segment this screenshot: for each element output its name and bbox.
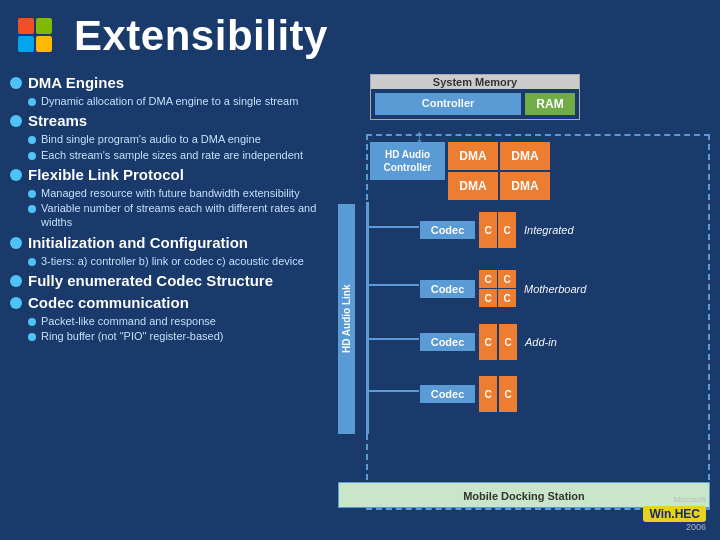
controller-box: Controller <box>375 93 521 115</box>
sub-bullet-icon <box>28 205 36 213</box>
codec-c-top-2: C <box>498 212 516 248</box>
sub-bullet-streams-2: Each stream's sample sizes and rate are … <box>28 148 320 162</box>
horiz-connector-3 <box>369 338 419 340</box>
bullet-section-codec-comm: Codec communication Packet-like command … <box>10 294 320 344</box>
sub-bullet-streams-1: Bind single program's audio to a DMA eng… <box>28 132 320 146</box>
bullet-icon <box>10 275 22 287</box>
sub-bullet-dma-label-1: Dynamic allocation of DMA engine to a si… <box>41 94 298 108</box>
codec-box-4: Codec <box>420 385 475 403</box>
winhec-area: Microsoft Win.HEC 2006 <box>643 495 706 532</box>
codec-c-cell-3: C <box>479 289 497 307</box>
sub-bullet-init-1: 3-tiers: a) controller b) link or codec … <box>28 254 320 268</box>
bullet-streams-label: Streams <box>28 112 87 130</box>
codec-c-top-1: C <box>479 212 497 248</box>
sub-bullet-icon <box>28 136 36 144</box>
sub-bullet-flexible-label-2: Variable number of streams each with dif… <box>41 201 320 230</box>
bullet-icon <box>10 77 22 89</box>
svg-point-0 <box>10 10 62 62</box>
bullet-streams: Streams <box>10 112 320 130</box>
codec-box-1: Codec <box>420 221 475 239</box>
system-memory-inner: Controller RAM <box>371 89 579 119</box>
dma-grid: DMA DMA DMA DMA <box>448 142 550 200</box>
horiz-connector-4 <box>369 390 419 392</box>
bullet-codec-struct-label: Fully enumerated Codec Structure <box>28 272 273 290</box>
codec-box-3: Codec <box>420 333 475 351</box>
system-memory-label: System Memory <box>371 75 579 89</box>
horiz-connector-2 <box>369 284 419 286</box>
ram-box: RAM <box>525 93 575 115</box>
page-title: Extensibility <box>74 12 328 60</box>
codec-row-mobile: Codec C C <box>420 376 517 412</box>
addin-label: Add-in <box>525 336 557 348</box>
codec-c-mobile-2: C <box>499 376 517 412</box>
bullet-section-flexible: Flexible Link Protocol Managed resource … <box>10 166 320 230</box>
sub-bullet-icon <box>28 333 36 341</box>
dma-cell-3: DMA <box>448 172 498 200</box>
mobile-docking-label: Mobile Docking Station <box>463 490 585 502</box>
bullet-icon <box>10 297 22 309</box>
bullet-init: Initialization and Configuration <box>10 234 320 252</box>
codec-row-motherboard: Codec C C C C Motherboard <box>420 270 586 307</box>
right-column: System Memory Controller RAM ↕ HD Audio … <box>330 70 710 532</box>
sub-bullet-flexible-label-1: Managed resource with future bandwidth e… <box>41 186 300 200</box>
bullet-icon <box>10 169 22 181</box>
svg-rect-1 <box>18 18 34 34</box>
sub-bullet-icon <box>28 152 36 160</box>
bullet-init-label: Initialization and Configuration <box>28 234 248 252</box>
integrated-label: Integrated <box>524 224 574 236</box>
bullet-section-init: Initialization and Configuration 3-tiers… <box>10 234 320 268</box>
codec-c-grid-2: C C C C <box>479 270 516 307</box>
dma-cell-2: DMA <box>500 142 550 170</box>
left-column: DMA Engines Dynamic allocation of DMA en… <box>10 70 320 532</box>
codec-c-addin: C <box>479 324 497 360</box>
sub-bullets-init: 3-tiers: a) controller b) link or codec … <box>28 254 320 268</box>
codec-c-single-1: C C <box>479 212 516 248</box>
bullet-section-dma: DMA Engines Dynamic allocation of DMA en… <box>10 74 320 108</box>
codec-row-integrated: Codec C C Integrated <box>420 212 574 248</box>
diagram-container: System Memory Controller RAM ↕ HD Audio … <box>330 74 710 532</box>
svg-rect-2 <box>36 18 52 34</box>
bullet-section-codec-struct: Fully enumerated Codec Structure <box>10 272 320 290</box>
main-content: DMA Engines Dynamic allocation of DMA en… <box>0 70 720 532</box>
system-memory-box: System Memory Controller RAM <box>370 74 580 120</box>
bullet-codec-struct: Fully enumerated Codec Structure <box>10 272 320 290</box>
sub-bullets-streams: Bind single program's audio to a DMA eng… <box>28 132 320 162</box>
codec-box-2: Codec <box>420 280 475 298</box>
codec-c-single-3: C C <box>479 324 517 360</box>
year-label: 2006 <box>643 522 706 532</box>
sub-bullet-codec-comm-label-2: Ring buffer (not "PIO" register-based) <box>41 329 223 343</box>
bullet-section-streams: Streams Bind single program's audio to a… <box>10 112 320 162</box>
sub-bullet-streams-label-2: Each stream's sample sizes and rate are … <box>41 148 303 162</box>
sub-bullet-init-label-1: 3-tiers: a) controller b) link or codec … <box>41 254 304 268</box>
codec-c-addin-2: C <box>499 324 517 360</box>
bullet-flexible: Flexible Link Protocol <box>10 166 320 184</box>
bullet-icon <box>10 237 22 249</box>
codec-c-cell-1: C <box>479 270 497 288</box>
sub-bullet-icon <box>28 258 36 266</box>
dma-cell-4: DMA <box>500 172 550 200</box>
sub-bullet-codec-comm-1: Packet-like command and response <box>28 314 320 328</box>
microsoft-label: Microsoft <box>643 495 706 504</box>
dma-cell-1: DMA <box>448 142 498 170</box>
sub-bullet-flexible-2: Variable number of streams each with dif… <box>28 201 320 230</box>
hd-audio-link-label: HD Audio Link <box>338 204 355 434</box>
sub-bullet-codec-comm-label-1: Packet-like command and response <box>41 314 216 328</box>
bullet-codec-comm: Codec communication <box>10 294 320 312</box>
bullet-codec-comm-label: Codec communication <box>28 294 189 312</box>
codec-c-cell-4: C <box>498 289 516 307</box>
bullet-dma-label: DMA Engines <box>28 74 124 92</box>
codec-c-cell-2: C <box>498 270 516 288</box>
svg-rect-4 <box>36 36 52 52</box>
sub-bullets-dma: Dynamic allocation of DMA engine to a si… <box>28 94 320 108</box>
svg-rect-3 <box>18 36 34 52</box>
bullet-dma-engines: DMA Engines <box>10 74 320 92</box>
sub-bullet-flexible-1: Managed resource with future bandwidth e… <box>28 186 320 200</box>
sub-bullets-codec-comm: Packet-like command and response Ring bu… <box>28 314 320 344</box>
codec-c-mobile-1: C <box>479 376 497 412</box>
horiz-connector-1 <box>369 226 419 228</box>
sub-bullet-codec-comm-2: Ring buffer (not "PIO" register-based) <box>28 329 320 343</box>
hd-audio-controller-box: HD Audio Controller <box>370 142 445 180</box>
codec-row-addin: Codec C C Add-in <box>420 324 557 360</box>
vertical-connector-line <box>366 202 369 434</box>
sub-bullet-dma-1: Dynamic allocation of DMA engine to a si… <box>28 94 320 108</box>
